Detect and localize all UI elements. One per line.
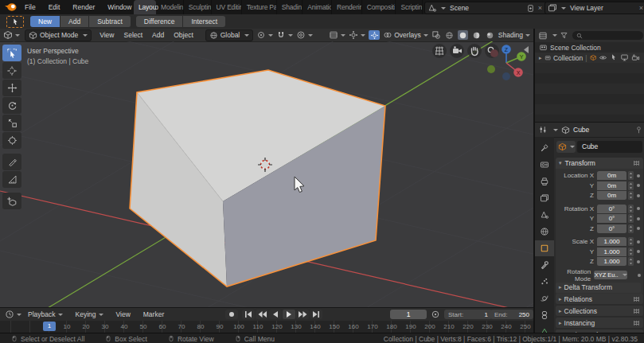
- animate-dot-icon[interactable]: [637, 250, 640, 253]
- pivot-point-button[interactable]: [256, 30, 273, 40]
- value-options-button[interactable]: [628, 191, 634, 200]
- camera-view-button[interactable]: [450, 44, 464, 58]
- transform-value-field[interactable]: 1.000: [597, 257, 626, 266]
- tab-view-layer[interactable]: [535, 190, 554, 206]
- marker-menu[interactable]: Marker: [137, 310, 170, 318]
- animate-dot-icon[interactable]: [637, 217, 640, 220]
- rotation-mode-select[interactable]: XYZ Eu..: [594, 271, 627, 279]
- mode-selector[interactable]: Object Mode: [25, 29, 92, 41]
- object-name-input[interactable]: Cube: [577, 141, 642, 153]
- transform-value-field[interactable]: 0°: [597, 224, 626, 233]
- shading-dropdown[interactable]: Shading: [498, 31, 530, 39]
- new-scene-icon[interactable]: [526, 4, 535, 13]
- transform-value-field[interactable]: 1.000: [597, 237, 626, 246]
- frame-start-field[interactable]: Start:1: [444, 310, 492, 319]
- animate-dot-icon[interactable]: [638, 274, 641, 277]
- outliner-editor-icon[interactable]: [538, 31, 548, 41]
- collapsed-panel[interactable]: ▸ Collections: [556, 306, 643, 316]
- active-tool-button[interactable]: [6, 16, 24, 28]
- filter-icon[interactable]: [560, 31, 568, 40]
- expand-icon[interactable]: ▸: [539, 55, 542, 61]
- transform-value-field[interactable]: 1.000: [597, 248, 626, 256]
- transform-orientation-selector[interactable]: Global: [205, 29, 254, 41]
- playback-menu[interactable]: Playback: [21, 310, 69, 318]
- camera-icon[interactable]: [631, 53, 640, 62]
- viewport-menu[interactable]: View: [95, 31, 119, 39]
- outliner-row-scene-collection[interactable]: Scene Collection: [535, 42, 644, 53]
- tab-object[interactable]: [535, 240, 554, 256]
- workspace-tab[interactable]: Texture Paint: [242, 0, 277, 14]
- select-mode-button[interactable]: Difference: [136, 16, 184, 27]
- properties-editor-icon[interactable]: [538, 125, 548, 134]
- shading-material-button[interactable]: [471, 30, 482, 40]
- transform-tool[interactable]: [2, 132, 21, 149]
- play-reverse-button[interactable]: [269, 310, 282, 319]
- playhead[interactable]: 1: [43, 322, 56, 331]
- scale-tool[interactable]: [2, 115, 21, 131]
- transform-value-field[interactable]: 0m: [597, 171, 626, 180]
- value-options-button[interactable]: [628, 214, 634, 223]
- show-gizmo-toggle[interactable]: [369, 30, 380, 40]
- tab-tool[interactable]: [535, 140, 554, 156]
- move-tool[interactable]: [2, 80, 21, 96]
- delta-transform-panel[interactable]: ▸ Delta Transform: [556, 283, 641, 293]
- animate-dot-icon[interactable]: [637, 227, 640, 230]
- eye-icon[interactable]: [599, 53, 607, 62]
- collapsed-panel[interactable]: ▸ Relations: [556, 294, 643, 304]
- value-options-button[interactable]: [628, 205, 634, 213]
- frame-end-field[interactable]: End:250: [490, 310, 533, 319]
- object-types-visibility-button[interactable]: [329, 30, 345, 40]
- tab-physics[interactable]: [535, 290, 554, 306]
- overlays-dropdown[interactable]: Overlays: [383, 30, 428, 40]
- blender-logo-icon[interactable]: [5, 2, 17, 12]
- tab-render[interactable]: [535, 157, 554, 173]
- monitor-icon[interactable]: [620, 53, 629, 62]
- axis-navigation-gizmo[interactable]: Z Y X: [487, 45, 526, 80]
- sidebar-toggle-icon[interactable]: [524, 46, 529, 53]
- measure-tool[interactable]: [2, 171, 21, 188]
- proportional-editing-button[interactable]: [296, 30, 313, 40]
- workspace-tab[interactable]: Compositing: [362, 0, 396, 14]
- outliner-search-input[interactable]: [572, 31, 643, 40]
- view-layer-selector[interactable]: View Layer ×: [544, 2, 644, 14]
- tab-scene[interactable]: [535, 207, 554, 223]
- view-menu[interactable]: View: [110, 310, 137, 318]
- gizmo-neg-x-ball[interactable]: [490, 49, 498, 57]
- pointer-icon[interactable]: [610, 53, 618, 61]
- cube-icon[interactable]: [590, 53, 596, 62]
- transform-value-field[interactable]: 0m: [597, 191, 626, 200]
- transform-value-field[interactable]: 0m: [597, 181, 626, 190]
- menubar-item[interactable]: Window: [102, 0, 137, 14]
- workspace-tab[interactable]: UV Editing: [212, 0, 242, 14]
- unlink-scene-icon[interactable]: ×: [537, 4, 544, 12]
- transform-value-field[interactable]: 0°: [597, 214, 626, 223]
- tab-modifiers[interactable]: [535, 257, 554, 273]
- scene-name[interactable]: Scene: [447, 4, 525, 12]
- animate-dot-icon[interactable]: [637, 184, 640, 187]
- select-box-tool[interactable]: [2, 45, 21, 61]
- view-layer-name[interactable]: View Layer: [568, 4, 636, 12]
- viewport-menu[interactable]: Object: [169, 31, 198, 39]
- orthographic-grid-button[interactable]: [432, 44, 447, 58]
- keying-menu[interactable]: Keying: [69, 310, 110, 318]
- value-options-button[interactable]: [628, 171, 634, 180]
- gizmo-neg-z-ball[interactable]: [502, 72, 510, 80]
- snap-button[interactable]: [276, 30, 293, 40]
- workspace-tab[interactable]: Animation: [302, 0, 332, 14]
- cursor-tool[interactable]: [2, 62, 21, 79]
- jump-to-end-button[interactable]: [310, 310, 322, 319]
- menubar-item[interactable]: Render: [67, 0, 100, 14]
- current-frame-field[interactable]: 1: [390, 310, 427, 319]
- shading-wireframe-button[interactable]: [444, 30, 455, 40]
- select-mode-button[interactable]: Add: [60, 16, 89, 27]
- editor-type-button[interactable]: [3, 30, 20, 41]
- play-button[interactable]: [283, 310, 295, 319]
- workspace-tab[interactable]: Rendering: [332, 0, 362, 14]
- rotate-tool[interactable]: [2, 97, 21, 114]
- jump-to-start-button[interactable]: [242, 310, 255, 319]
- record-button[interactable]: [225, 310, 238, 319]
- value-options-button[interactable]: [628, 224, 634, 233]
- workspace-tab[interactable]: Sculpting: [184, 0, 212, 14]
- value-options-button[interactable]: [628, 181, 634, 190]
- drag-grip-icon[interactable]: [633, 297, 640, 302]
